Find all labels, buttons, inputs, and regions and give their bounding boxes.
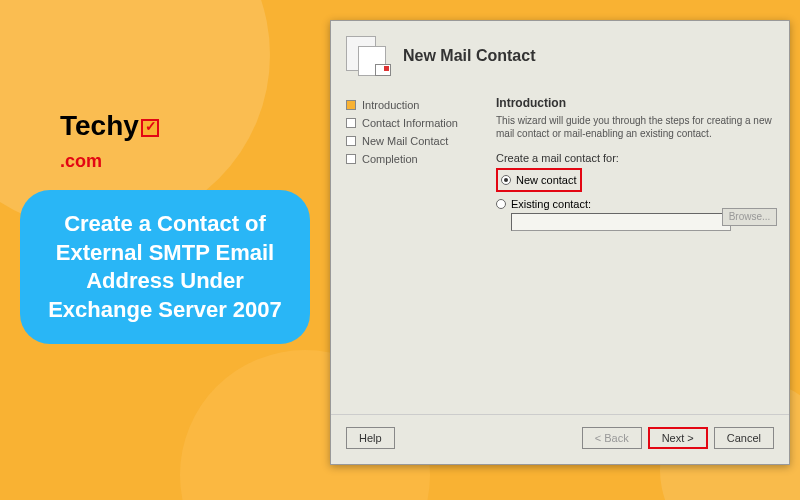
step-label: Contact Information <box>362 117 458 129</box>
step-contact-information: Contact Information <box>346 114 476 132</box>
step-introduction: Introduction <box>346 96 476 114</box>
step-indicator-icon <box>346 100 356 110</box>
next-button[interactable]: Next > <box>648 427 708 449</box>
browse-button: Browse... <box>722 208 777 226</box>
new-contact-highlight: New contact <box>496 168 582 192</box>
radio-label: New contact <box>516 174 577 186</box>
radio-new-contact[interactable]: New contact <box>501 174 577 186</box>
existing-contact-input <box>511 213 731 231</box>
help-button[interactable]: Help <box>346 427 395 449</box>
back-button: < Back <box>582 427 642 449</box>
step-label: Completion <box>362 153 418 165</box>
step-indicator-icon <box>346 154 356 164</box>
dialog-header: New Mail Contact <box>331 21 789 86</box>
dialog-button-bar: Help < Back Next > Cancel <box>331 414 789 449</box>
field-label: Create a mail contact for: <box>496 152 774 164</box>
step-new-mail-contact: New Mail Contact <box>346 132 476 150</box>
step-indicator-icon <box>346 136 356 146</box>
step-label: Introduction <box>362 99 419 111</box>
radio-icon <box>501 175 511 185</box>
radio-icon <box>496 199 506 209</box>
content-description: This wizard will guide you through the s… <box>496 114 774 140</box>
cancel-button[interactable]: Cancel <box>714 427 774 449</box>
article-title: Create a Contact of External SMTP Email … <box>48 211 282 322</box>
mail-contact-icon <box>346 36 391 76</box>
step-completion: Completion <box>346 150 476 168</box>
dialog-title: New Mail Contact <box>403 47 535 65</box>
new-mail-contact-dialog: New Mail Contact Introduction Contact In… <box>330 20 790 465</box>
article-title-bubble: Create a Contact of External SMTP Email … <box>20 190 310 344</box>
step-label: New Mail Contact <box>362 135 448 147</box>
wizard-steps: Introduction Contact Information New Mai… <box>346 96 476 231</box>
checkmark-icon <box>141 119 159 137</box>
radio-label: Existing contact: <box>511 198 591 210</box>
step-indicator-icon <box>346 118 356 128</box>
logo-text-2: .com <box>60 151 102 171</box>
content-heading: Introduction <box>496 96 774 110</box>
techyv-logo: Techy .com <box>60 110 159 174</box>
logo-text-1: Techy <box>60 110 139 141</box>
